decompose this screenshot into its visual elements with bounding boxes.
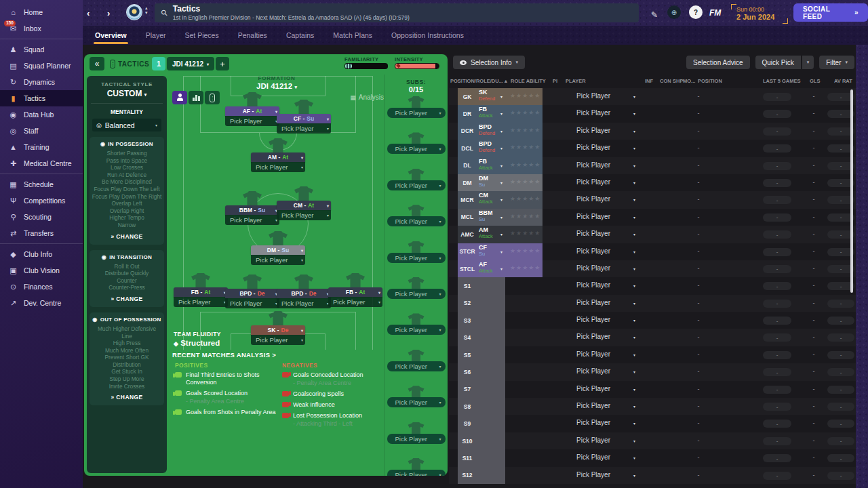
pick-player-dropdown[interactable]: Pick Player	[576, 109, 610, 117]
sidebar-item-schedule[interactable]: ▦Schedule	[0, 176, 83, 192]
chevron-down-icon[interactable]: ▾	[633, 421, 635, 426]
sidebar-item-dev-centre[interactable]: ↗Dev. Centre	[0, 295, 83, 311]
pick-player-dropdown[interactable]: Pick Player	[576, 333, 610, 340]
pitch-view-players-button[interactable]	[172, 91, 187, 104]
pick-player-dropdown[interactable]: Pick Player	[576, 230, 610, 237]
pick-player-dropdown[interactable]: Pick Player▾	[387, 397, 446, 407]
pick-player-dropdown[interactable]: Pick Player▾	[387, 180, 446, 190]
vertical-scrollbar[interactable]	[850, 89, 853, 293]
pick-player-dropdown[interactable]: Pick Player▾	[225, 215, 279, 225]
chevron-down-icon[interactable]: ▾	[633, 473, 635, 478]
pick-player-dropdown[interactable]: Pick Player▾	[251, 255, 305, 265]
sidebar-item-home[interactable]: ⌂Home	[0, 4, 83, 20]
chevron-down-icon[interactable]: ▾	[633, 249, 635, 254]
chevron-down-icon[interactable]: ▾	[633, 129, 635, 134]
tab-match-plans[interactable]: Match Plans	[333, 26, 372, 45]
column-header-gls[interactable]: GLS	[810, 78, 820, 84]
back-button[interactable]: ‹	[87, 7, 90, 19]
column-header-inf[interactable]: INF	[645, 78, 653, 84]
tab-overview[interactable]: Overview	[95, 26, 127, 45]
pick-player-dropdown[interactable]: Pick Player▾	[387, 144, 446, 154]
sidebar-item-staff[interactable]: ◎Staff	[0, 123, 83, 139]
chevron-down-icon[interactable]: ▾	[633, 146, 635, 150]
chevron-down-icon[interactable]: ▾	[633, 111, 635, 116]
change-button[interactable]: » CHANGE	[92, 296, 162, 302]
pick-player-dropdown[interactable]: Pick Player	[576, 178, 610, 186]
column-header-mo-[interactable]: MO...	[683, 78, 695, 84]
edit-icon[interactable]: ✎	[651, 8, 658, 20]
pick-player-dropdown[interactable]: Pick Player▾	[387, 325, 446, 335]
pick-player-dropdown[interactable]: Pick Player	[576, 316, 610, 323]
role-duty-dropdown[interactable]: CF - Su▾	[277, 114, 331, 123]
chevron-down-icon[interactable]: ▾	[633, 197, 635, 202]
column-header-shp[interactable]: SHP	[673, 78, 683, 84]
role-dropdown[interactable]: AFAttack	[479, 262, 493, 274]
formation-dropdown[interactable]: JDI 41212 ▾	[170, 82, 384, 90]
role-duty-dropdown[interactable]: BPD - De▾	[225, 289, 279, 298]
chevron-down-icon[interactable]: ▾	[633, 232, 635, 237]
pick-player-dropdown[interactable]: Pick Player▾	[387, 434, 446, 444]
selection-advice-button[interactable]: Selection Advice	[686, 56, 749, 69]
sidebar-item-club-info[interactable]: ◆Club Info	[0, 246, 83, 262]
chevron-down-icon[interactable]: ▾	[633, 352, 635, 357]
pick-player-dropdown[interactable]: Pick Player	[576, 247, 610, 255]
column-header-last-5-games[interactable]: LAST 5 GAMES	[763, 78, 800, 84]
mentality-dropdown[interactable]: ◎ Balanced ▾	[92, 119, 161, 131]
forward-button[interactable]: ›	[107, 7, 110, 19]
chevron-down-icon[interactable]: ▾	[633, 94, 635, 99]
pitch-view-kit-button[interactable]: ⋮	[205, 91, 220, 104]
sidebar-item-data-hub[interactable]: ◉Data Hub	[0, 106, 83, 123]
chevron-down-icon[interactable]: ▾	[633, 455, 635, 460]
role-duty-dropdown[interactable]: BBM - Su▾	[225, 205, 279, 215]
pick-player-dropdown[interactable]: Pick Player	[576, 402, 610, 409]
pick-player-dropdown[interactable]: Pick Player▾	[225, 116, 279, 126]
pick-player-dropdown[interactable]: Pick Player▾	[387, 108, 446, 118]
pick-player-dropdown[interactable]: Pick Player	[576, 436, 610, 444]
pick-player-dropdown[interactable]: Pick Player	[576, 92, 610, 100]
pick-player-dropdown[interactable]: Pick Player	[576, 195, 610, 203]
role-dropdown[interactable]: BPDDefend	[479, 124, 495, 136]
pick-player-dropdown[interactable]: Pick Player	[576, 367, 610, 375]
column-header-position[interactable]: POSITION	[698, 78, 722, 84]
role-dropdown[interactable]: AMAttack	[479, 227, 493, 239]
club-switch-chevrons[interactable]: ▴▾	[145, 5, 148, 15]
pick-player-dropdown[interactable]: Pick Player	[576, 264, 610, 272]
tab-opposition-instructions[interactable]: Opposition Instructions	[391, 26, 464, 45]
analysis-button[interactable]: ▦ Analysis	[350, 94, 384, 101]
chevron-down-icon[interactable]: ▾	[633, 215, 635, 220]
role-duty-dropdown[interactable]: FB - At▾	[174, 287, 228, 297]
chevron-down-icon[interactable]: ▾	[633, 404, 635, 409]
pick-player-dropdown[interactable]: Pick Player▾	[277, 298, 331, 308]
role-dropdown[interactable]: SKDefend	[479, 89, 495, 102]
role-dropdown[interactable]: DMSu	[479, 176, 488, 188]
pick-player-dropdown[interactable]: Pick Player▾	[251, 335, 305, 345]
pick-player-dropdown[interactable]: Pick Player	[576, 419, 610, 426]
sidebar-item-finances[interactable]: ⊙Finances	[0, 279, 83, 295]
role-duty-dropdown[interactable]: AM - At▾	[251, 152, 305, 162]
pick-player-dropdown[interactable]: Pick Player▾	[174, 297, 228, 307]
pick-player-dropdown[interactable]: Pick Player▾	[225, 298, 279, 308]
chevron-down-icon[interactable]: ▾	[633, 180, 635, 185]
pick-player-dropdown[interactable]: Pick Player	[576, 471, 610, 479]
pick-player-dropdown[interactable]: Pick Player▾	[387, 361, 446, 371]
add-tactic-button[interactable]: +	[216, 57, 229, 70]
chevron-down-icon[interactable]: ▾	[633, 163, 635, 168]
pick-player-dropdown[interactable]: Pick Player	[576, 281, 610, 289]
column-header-av-rat[interactable]: AV RAT	[834, 78, 852, 84]
pick-player-dropdown[interactable]: Pick Player	[576, 385, 610, 392]
club-crest[interactable]	[126, 4, 142, 20]
sidebar-item-club-vision[interactable]: ▣Club Vision	[0, 262, 83, 279]
chevron-down-icon[interactable]: ▾	[633, 301, 635, 306]
role-duty-dropdown[interactable]: FB - At▾	[328, 287, 382, 297]
tactic-slot-1[interactable]: 1	[152, 57, 165, 70]
role-dropdown[interactable]: FBAttack	[479, 106, 493, 119]
quick-pick-button[interactable]: Quick Pick	[755, 56, 801, 69]
sidebar-item-training[interactable]: ▲Training	[0, 139, 83, 155]
chevron-down-icon[interactable]: ▾	[633, 283, 635, 288]
selection-info-dropdown[interactable]: Selection Info▾	[453, 56, 525, 69]
pick-player-dropdown[interactable]: Pick Player▾	[277, 210, 331, 220]
pick-player-dropdown[interactable]: Pick Player	[576, 350, 610, 358]
filter-dropdown[interactable]: Filter▾	[819, 56, 854, 69]
tab-penalties[interactable]: Penalties	[238, 26, 267, 45]
role-duty-dropdown[interactable]: CM - At▾	[277, 201, 331, 210]
